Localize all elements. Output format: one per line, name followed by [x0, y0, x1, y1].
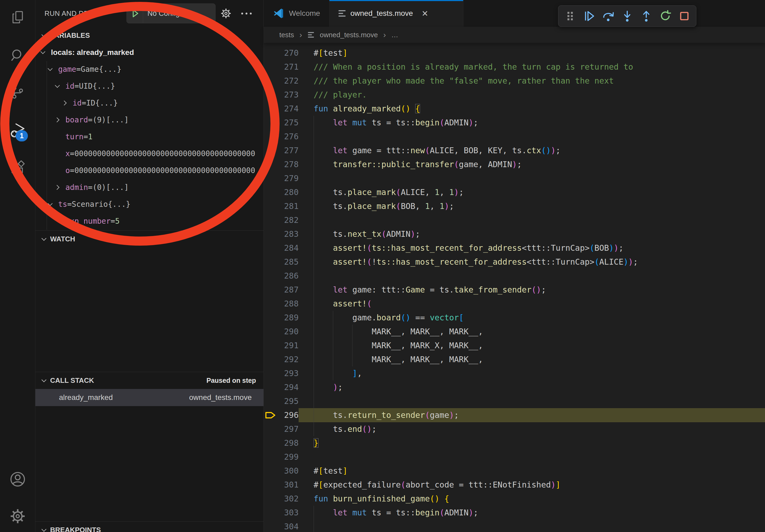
variable-row[interactable]: txn_number = 5 [35, 213, 264, 230]
line-content[interactable] [299, 520, 765, 532]
breakpoint-margin[interactable] [264, 88, 279, 102]
code-line[interactable]: 282 [264, 213, 765, 227]
sidebar-item-run-and-debug[interactable]: 1 [0, 116, 35, 146]
toolbar-drag-handle[interactable] [563, 9, 577, 23]
breakpoint-margin[interactable] [264, 269, 279, 283]
line-content[interactable]: ], [299, 367, 765, 381]
watch-section-header[interactable]: WATCH [35, 230, 264, 247]
breakpoints-section-header[interactable]: BREAKPOINTS [35, 521, 264, 532]
twistie-right-icon[interactable] [55, 118, 65, 122]
code-line[interactable]: 272/// the player who made the "false" m… [264, 74, 765, 88]
variable-row[interactable]: id = UID{...} [35, 78, 264, 95]
code-line[interactable]: 295 [264, 394, 765, 408]
variable-row[interactable]: ts = Scenario{...} [35, 196, 264, 213]
code-line[interactable]: 297 ts.end(); [264, 422, 765, 436]
code-line[interactable]: 304 [264, 520, 765, 532]
code-line[interactable]: 270#[test] [264, 46, 765, 60]
breakpoint-margin[interactable] [264, 311, 279, 325]
breakpoint-margin[interactable] [264, 255, 279, 269]
code-line[interactable]: 285 assert!(!ts::has_most_recent_for_add… [264, 255, 765, 269]
breakpoint-margin[interactable] [264, 339, 279, 353]
code-line[interactable]: 300#[test] [264, 464, 765, 478]
line-content[interactable]: let mut ts = ts::begin(ADMIN); [299, 116, 765, 130]
line-content[interactable]: /// player. [299, 88, 765, 102]
line-content[interactable]: ts.place_mark(BOB, 1, 1); [299, 199, 765, 213]
code-line[interactable]: 284 assert!(ts::has_most_recent_for_addr… [264, 241, 765, 255]
line-content[interactable]: #[test] [299, 464, 765, 478]
code-line[interactable]: 302fun burn_unfinished_game() { [264, 492, 765, 506]
line-content[interactable]: let game = ttt::new(ALICE, BOB, KEY, ts.… [299, 143, 765, 157]
step-into-button[interactable] [620, 9, 634, 23]
tab-welcome[interactable]: Welcome [264, 0, 330, 27]
scope-row[interactable]: locals: already_marked [35, 44, 264, 61]
code-line[interactable]: 294 ); [264, 381, 765, 394]
line-content[interactable] [299, 130, 765, 143]
line-content[interactable]: assert!(ts::has_most_recent_for_address<… [299, 241, 765, 255]
line-content[interactable]: MARK__, MARK_X, MARK__, [299, 339, 765, 353]
twistie-right-icon[interactable] [55, 186, 65, 189]
code-line[interactable]: 288 assert!( [264, 297, 765, 311]
variable-row[interactable]: admin = (0)[...] [35, 179, 264, 196]
breakpoint-margin[interactable] [264, 478, 279, 492]
close-icon[interactable]: ✕ [421, 9, 428, 18]
line-content[interactable] [299, 269, 765, 283]
code-line-current[interactable]: 296 ts.return_to_sender(game); [264, 408, 765, 422]
variable-row[interactable]: turn = 1 [35, 128, 264, 145]
continue-button[interactable] [582, 9, 596, 23]
sidebar-item-explorer[interactable] [0, 3, 35, 32]
line-content[interactable]: ts.return_to_sender(game); [299, 408, 765, 422]
code-editor[interactable]: 270#[test]271/// When a position is alre… [264, 43, 765, 532]
step-over-button[interactable] [601, 9, 615, 23]
variable-row[interactable]: id = ID{...} [35, 95, 264, 112]
breakpoint-margin[interactable] [264, 422, 279, 436]
line-content[interactable]: /// When a position is already marked, t… [299, 60, 765, 74]
breakpoint-margin[interactable] [264, 297, 279, 311]
line-content[interactable]: } [299, 436, 765, 450]
breakpoint-margin[interactable] [264, 227, 279, 241]
breadcrumb-item-tests[interactable]: tests [279, 31, 294, 39]
breadcrumb-item-file[interactable]: owned_tests.move [320, 31, 378, 39]
breakpoint-margin[interactable] [264, 213, 279, 227]
breakpoint-margin[interactable] [264, 506, 279, 520]
code-line[interactable]: 291 MARK__, MARK_X, MARK__, [264, 339, 765, 353]
code-line[interactable]: 298} [264, 436, 765, 450]
breadcrumb-item-symbol[interactable]: … [391, 31, 398, 39]
code-line[interactable]: 286 [264, 269, 765, 283]
code-line[interactable]: 276 [264, 130, 765, 143]
line-content[interactable]: let game: ttt::Game = ts.take_from_sende… [299, 283, 765, 297]
twistie-down-icon[interactable] [47, 202, 58, 206]
line-content[interactable]: game.board() == vector[ [299, 311, 765, 325]
line-content[interactable]: /// the player who made the "false" move… [299, 74, 765, 88]
line-content[interactable]: ); [299, 381, 765, 394]
line-content[interactable]: ts.next_tx(ADMIN); [299, 227, 765, 241]
breakpoint-margin[interactable] [264, 60, 279, 74]
breakpoint-margin[interactable] [264, 450, 279, 464]
line-content[interactable] [299, 394, 765, 408]
line-content[interactable]: MARK__, MARK__, MARK__, [299, 325, 765, 339]
line-content[interactable]: let mut ts = ts::begin(ADMIN); [299, 506, 765, 520]
line-content[interactable] [299, 171, 765, 185]
line-content[interactable]: #[test] [299, 46, 765, 60]
line-content[interactable] [299, 450, 765, 464]
stop-button[interactable] [677, 9, 691, 23]
sidebar-item-search[interactable] [0, 41, 35, 70]
code-line[interactable]: 293 ], [264, 367, 765, 381]
breakpoint-margin[interactable] [264, 283, 279, 297]
settings-button[interactable] [0, 501, 35, 531]
breakpoint-margin[interactable] [264, 492, 279, 506]
call-stack-frame[interactable]: already_marked owned_tests.move [35, 389, 264, 406]
variable-row[interactable]: o = 000000000000000000000000000000000000… [35, 162, 264, 179]
variable-row[interactable]: board = (9)[...] [35, 112, 264, 128]
code-line[interactable]: 275 let mut ts = ts::begin(ADMIN); [264, 116, 765, 130]
line-content[interactable]: ts.place_mark(ALICE, 1, 1); [299, 185, 765, 199]
debug-settings-button[interactable] [217, 0, 235, 27]
line-content[interactable]: #[expected_failure(abort_code = ttt::ENo… [299, 478, 765, 492]
debug-config-dropdown[interactable]: No Configur [127, 3, 216, 23]
code-line[interactable]: 292 MARK__, MARK__, MARK__, [264, 353, 765, 367]
breakpoint-margin[interactable] [264, 185, 279, 199]
breakpoint-margin[interactable] [264, 353, 279, 367]
breakpoint-margin[interactable] [264, 116, 279, 130]
twistie-down-icon[interactable] [40, 51, 51, 54]
code-line[interactable]: 280 ts.place_mark(ALICE, 1, 1); [264, 185, 765, 199]
twistie-right-icon[interactable] [62, 101, 73, 105]
